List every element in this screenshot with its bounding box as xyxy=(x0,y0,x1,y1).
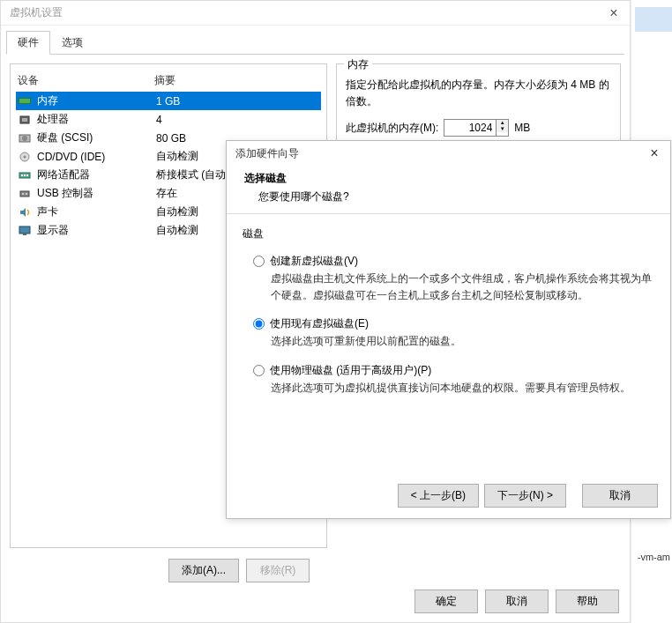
memory-row: 此虚拟机的内存(M): ▲▼ MB xyxy=(346,119,611,137)
device-name: USB 控制器 xyxy=(37,186,156,201)
hdd-icon xyxy=(18,132,32,145)
device-name: 声卡 xyxy=(37,204,156,219)
close-icon[interactable]: × xyxy=(605,5,623,21)
radio-create-new[interactable]: 创建新虚拟磁盘(V) xyxy=(243,250,654,271)
cpu-icon xyxy=(18,114,32,126)
tab-strip: 硬件 选项 xyxy=(6,31,624,55)
device-summary: 1 GB xyxy=(156,95,319,108)
radio-use-existing-desc: 选择此选项可重新使用以前配置的磁盘。 xyxy=(243,333,654,359)
cancel-button[interactable]: 取消 xyxy=(485,590,549,613)
disk-group-label: 磁盘 xyxy=(243,226,654,241)
network-icon xyxy=(18,169,32,182)
wizard-titlebar: 添加硬件向导 × xyxy=(227,141,670,166)
radio-create-new-label: 创建新虚拟磁盘(V) xyxy=(270,254,358,269)
display-icon xyxy=(18,225,32,237)
add-hardware-wizard: 添加硬件向导 × 选择磁盘 您要使用哪个磁盘? 磁盘 创建新虚拟磁盘(V) 虚拟… xyxy=(226,140,671,519)
svg-point-5 xyxy=(22,136,27,141)
device-name: 显示器 xyxy=(37,223,156,238)
ok-button[interactable]: 确定 xyxy=(414,590,478,613)
list-buttons: 添加(A)... 移除(R) xyxy=(160,559,310,582)
device-summary: 4 xyxy=(156,114,319,126)
spinner-up-icon[interactable]: ▲ xyxy=(497,120,508,126)
svg-point-7 xyxy=(24,155,26,158)
remove-button: 移除(R) xyxy=(246,559,310,582)
usb-icon xyxy=(18,188,32,200)
tab-hardware[interactable]: 硬件 xyxy=(6,31,50,55)
main-titlebar: 虚拟机设置 × xyxy=(1,1,630,26)
memory-label: 此虚拟机的内存(M): xyxy=(346,121,438,136)
radio-use-physical-label: 使用物理磁盘 (适用于高级用户)(P) xyxy=(270,363,431,378)
device-row-cpu[interactable]: 处理器 4 xyxy=(16,110,321,129)
close-icon[interactable]: × xyxy=(646,145,663,161)
svg-rect-3 xyxy=(22,118,27,122)
radio-create-new-input[interactable] xyxy=(253,256,265,267)
device-name: 处理器 xyxy=(37,112,156,127)
add-button[interactable]: 添加(A)... xyxy=(168,559,239,582)
cd-icon xyxy=(18,151,32,163)
radio-use-existing-input[interactable] xyxy=(253,318,265,330)
back-button[interactable]: < 上一步(B) xyxy=(398,484,479,508)
device-table-header: 设备 摘要 xyxy=(16,70,321,92)
wizard-body: 磁盘 创建新虚拟磁盘(V) 虚拟磁盘由主机文件系统上的一个或多个文件组成，客户机… xyxy=(227,214,670,418)
dialog-buttons: 确定 取消 帮助 xyxy=(414,590,619,613)
svg-rect-12 xyxy=(20,191,29,197)
device-name: 内存 xyxy=(37,93,156,108)
wizard-header-subtitle: 您要使用哪个磁盘? xyxy=(244,189,653,204)
spinner-down-icon[interactable]: ▼ xyxy=(497,126,508,132)
radio-use-existing[interactable]: 使用现有虚拟磁盘(E) xyxy=(243,313,654,333)
header-device: 设备 xyxy=(18,73,154,88)
svg-rect-13 xyxy=(22,193,24,195)
svg-rect-9 xyxy=(21,174,23,176)
wizard-title: 添加硬件向导 xyxy=(234,146,646,161)
sound-icon xyxy=(18,206,32,219)
svg-rect-10 xyxy=(24,174,26,176)
svg-rect-11 xyxy=(26,174,28,176)
radio-use-physical-desc: 选择此选项可为虚拟机提供直接访问本地硬盘的权限。需要具有管理员特权。 xyxy=(243,380,654,405)
memory-unit: MB xyxy=(514,122,530,134)
svg-rect-1 xyxy=(19,99,30,103)
radio-use-physical[interactable]: 使用物理磁盘 (适用于高级用户)(P) xyxy=(243,360,654,380)
device-name: 网络适配器 xyxy=(37,167,156,182)
device-name: CD/DVD (IDE) xyxy=(37,151,156,163)
device-row-memory[interactable]: 内存 1 GB xyxy=(16,92,321,110)
header-summary: 摘要 xyxy=(154,73,319,88)
radio-create-new-desc: 虚拟磁盘由主机文件系统上的一个或多个文件组成，客户机操作系统会将其视为单个硬盘。… xyxy=(243,271,654,313)
wizard-footer: < 上一步(B) 下一步(N) > 取消 xyxy=(398,484,658,508)
right-strip-highlight xyxy=(635,7,672,32)
help-button[interactable]: 帮助 xyxy=(556,590,619,613)
wizard-cancel-button[interactable]: 取消 xyxy=(582,484,658,508)
svg-rect-14 xyxy=(26,193,27,195)
device-name: 硬盘 (SCSI) xyxy=(37,130,156,145)
memory-legend: 内存 xyxy=(344,57,372,72)
memory-input[interactable] xyxy=(444,119,497,137)
main-title: 虚拟机设置 xyxy=(8,5,605,20)
svg-rect-15 xyxy=(19,226,30,234)
next-button[interactable]: 下一步(N) > xyxy=(484,484,566,508)
svg-rect-16 xyxy=(23,234,26,235)
radio-use-physical-input[interactable] xyxy=(253,365,265,376)
tab-options[interactable]: 选项 xyxy=(50,31,94,54)
stray-text: -vm-am xyxy=(638,552,670,562)
memory-desc: 指定分配给此虚拟机的内存量。内存大小必须为 4 MB 的倍数。 xyxy=(346,77,611,110)
radio-use-existing-label: 使用现有虚拟磁盘(E) xyxy=(270,316,369,331)
memory-icon xyxy=(18,95,32,108)
memory-fieldset: 内存 指定分配给此虚拟机的内存量。内存大小必须为 4 MB 的倍数。 此虚拟机的… xyxy=(336,63,621,148)
wizard-header: 选择磁盘 您要使用哪个磁盘? xyxy=(227,166,670,214)
wizard-header-title: 选择磁盘 xyxy=(244,171,653,186)
memory-spinner[interactable]: ▲▼ xyxy=(497,119,509,137)
